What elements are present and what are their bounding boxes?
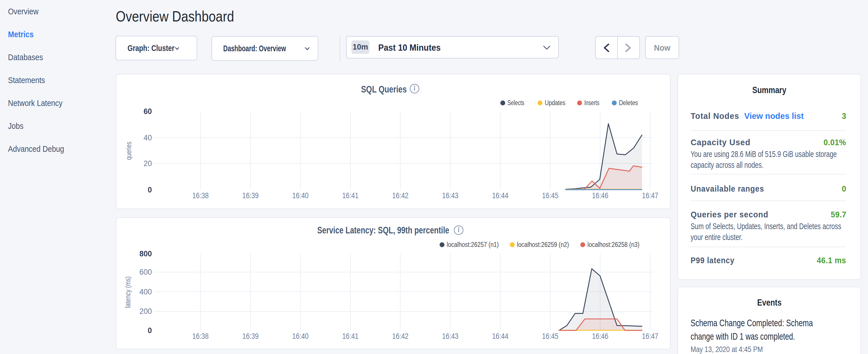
svg-text:20: 20 <box>144 159 152 168</box>
svg-text:16:46: 16:46 <box>592 332 608 341</box>
svg-text:200: 200 <box>140 307 152 316</box>
svg-text:16:42: 16:42 <box>392 332 409 341</box>
svg-text:16:39: 16:39 <box>242 191 259 200</box>
svg-text:16:44: 16:44 <box>492 191 508 200</box>
svg-text:16:40: 16:40 <box>292 332 309 341</box>
svg-text:latency (ms): latency (ms) <box>124 277 132 308</box>
svg-text:16:39: 16:39 <box>242 332 259 341</box>
svg-text:0: 0 <box>148 185 152 194</box>
svg-text:40: 40 <box>144 133 152 142</box>
svg-text:16:46: 16:46 <box>592 191 608 200</box>
svg-text:0: 0 <box>148 326 152 335</box>
svg-text:800: 800 <box>140 249 152 258</box>
svg-text:16:38: 16:38 <box>192 332 209 341</box>
svg-text:queries: queries <box>124 142 133 160</box>
svg-text:600: 600 <box>140 267 152 277</box>
svg-text:16:45: 16:45 <box>542 191 559 200</box>
svg-text:16:41: 16:41 <box>342 332 359 341</box>
svg-text:16:40: 16:40 <box>292 191 309 200</box>
svg-text:16:41: 16:41 <box>342 191 359 200</box>
svg-text:60: 60 <box>144 107 152 116</box>
svg-text:16:43: 16:43 <box>442 332 459 341</box>
svg-text:16:44: 16:44 <box>492 332 508 341</box>
svg-text:16:42: 16:42 <box>392 191 409 200</box>
svg-text:16:45: 16:45 <box>542 332 559 341</box>
svg-text:16:47: 16:47 <box>642 332 658 341</box>
svg-text:16:43: 16:43 <box>442 191 459 200</box>
svg-text:16:38: 16:38 <box>192 191 209 200</box>
svg-text:16:47: 16:47 <box>642 191 658 200</box>
svg-text:400: 400 <box>140 287 152 296</box>
